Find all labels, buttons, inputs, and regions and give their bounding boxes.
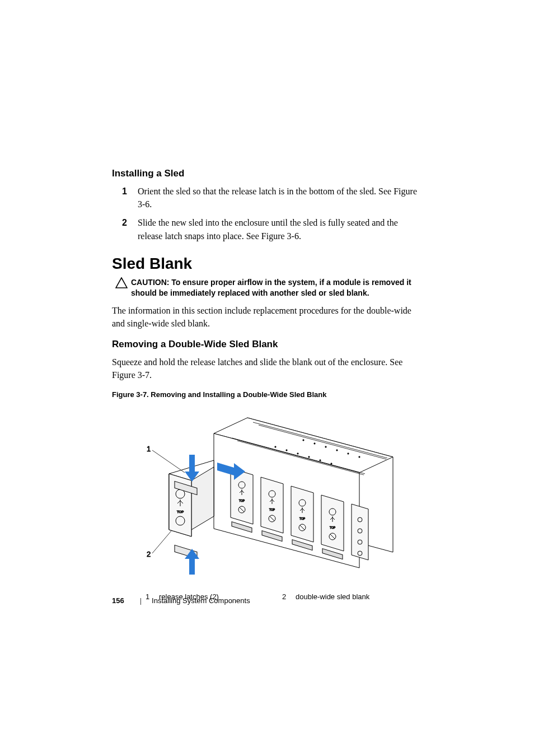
svg-text:TOP: TOP xyxy=(299,517,306,520)
figure-caption: Figure 3-7. Removing and Installing a Do… xyxy=(112,390,422,399)
caution-block: CAUTION: To ensure proper airflow in the… xyxy=(115,277,422,298)
svg-point-9 xyxy=(314,443,315,444)
callout-label: double-wide sled blank xyxy=(296,592,419,601)
list-text: Orient the sled so that the release latc… xyxy=(138,185,422,211)
svg-text:TOP: TOP xyxy=(239,499,245,502)
list-text: Slide the new sled into the enclosure un… xyxy=(138,216,422,242)
svg-point-17 xyxy=(308,456,310,458)
svg-point-13 xyxy=(359,456,360,458)
svg-marker-0 xyxy=(116,278,127,288)
svg-marker-32 xyxy=(291,486,313,542)
footer-title: Installing System Components xyxy=(152,596,250,605)
svg-point-14 xyxy=(275,446,276,447)
svg-text:TOP: TOP xyxy=(330,526,336,529)
caution-label: CAUTION: xyxy=(131,278,171,287)
svg-marker-26 xyxy=(261,477,283,533)
list-number: 1 xyxy=(122,185,138,211)
page-footer: 156 | Installing System Components xyxy=(112,596,250,605)
callout-number: 2 xyxy=(282,592,296,601)
page-number: 156 xyxy=(112,596,124,605)
list-number: 2 xyxy=(122,216,138,242)
svg-marker-38 xyxy=(321,495,344,551)
svg-marker-44 xyxy=(352,504,368,560)
footer-separator: | xyxy=(140,596,142,605)
heading-installing-a-sled: Installing a Sled xyxy=(112,168,422,179)
list-item: 1 Orient the sled so that the release la… xyxy=(122,185,422,211)
caution-text: CAUTION: To ensure proper airflow in the… xyxy=(131,277,422,298)
svg-point-11 xyxy=(336,450,338,451)
svg-line-62 xyxy=(152,531,171,553)
heading-sled-blank: Sled Blank xyxy=(112,255,422,273)
svg-point-12 xyxy=(348,453,349,454)
svg-text:TOP: TOP xyxy=(177,510,184,514)
paragraph: Squeeze and hold the release latches and… xyxy=(112,356,422,381)
caution-icon xyxy=(115,277,131,291)
svg-point-18 xyxy=(320,460,321,461)
figure-illustration: TOP TOP TOP xyxy=(112,407,422,582)
svg-text:TOP: TOP xyxy=(269,508,275,511)
svg-line-61 xyxy=(152,450,185,473)
svg-point-19 xyxy=(331,463,332,464)
list-item: 2 Slide the new sled into the enclosure … xyxy=(122,216,422,242)
paragraph: The information in this section include … xyxy=(112,304,422,330)
svg-point-15 xyxy=(286,450,287,451)
ordered-list: 1 Orient the sled so that the release la… xyxy=(122,185,422,242)
caution-body: To ensure proper airflow in the system, … xyxy=(131,278,411,297)
svg-point-10 xyxy=(325,446,326,447)
page: Installing a Sled 1 Orient the sled so t… xyxy=(0,0,534,756)
figure-leader-2: 2 xyxy=(147,550,151,558)
heading-removing-double-wide: Removing a Double-Wide Sled Blank xyxy=(112,339,422,350)
figure-leader-1: 1 xyxy=(147,445,151,453)
svg-point-16 xyxy=(297,453,298,454)
svg-point-8 xyxy=(303,440,304,441)
